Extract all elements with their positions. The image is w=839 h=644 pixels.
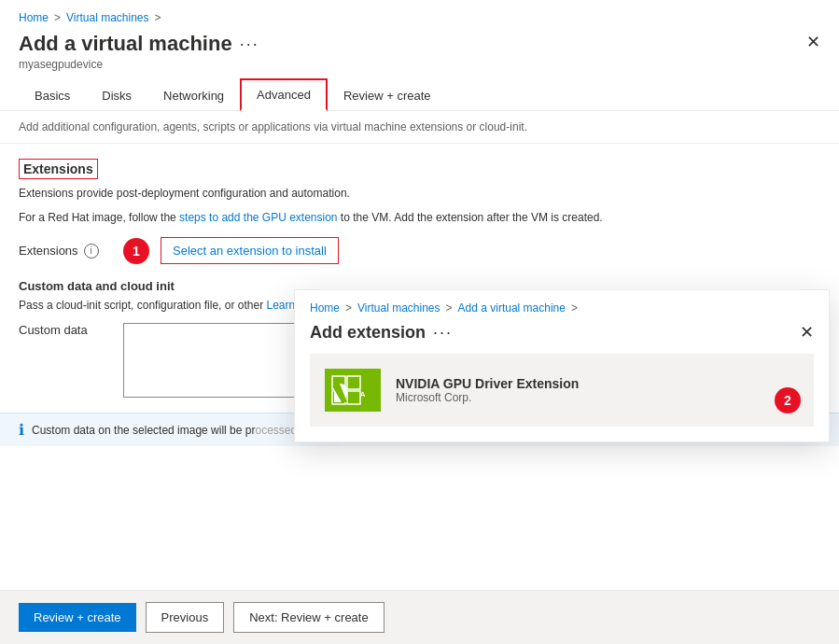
tab-advanced[interactable]: Advanced: [240, 78, 328, 111]
svg-marker-5: [347, 391, 360, 404]
breadcrumb-sep2: >: [155, 11, 161, 24]
tab-networking[interactable]: Networking: [147, 78, 240, 111]
next-button[interactable]: Next: Review + create: [233, 602, 385, 633]
review-create-button[interactable]: Review + create: [19, 603, 136, 632]
extension-name: NVIDIA GPU Driver Extension: [396, 376, 579, 391]
breadcrumb: Home > Virtual machines >: [0, 0, 839, 28]
extensions-row: Extensions i 1 Select an extension to in…: [19, 237, 820, 264]
overlay-title: Add extension: [310, 323, 426, 343]
overlay-header: Add extension ··· ✕: [295, 318, 829, 354]
header-ellipsis-btn[interactable]: ···: [240, 35, 259, 54]
extensions-field-label: Extensions i: [19, 244, 112, 259]
breadcrumb-sep1: >: [54, 11, 61, 24]
step1-badge: 1: [123, 238, 149, 264]
extensions-desc2: For a Red Hat image, follow the steps to…: [19, 209, 820, 226]
close-button[interactable]: ✕: [806, 32, 820, 52]
extension-item-nvidia[interactable]: NVIDIA NVIDIA GPU Driver Extension Micro…: [310, 354, 814, 427]
extension-info: NVIDIA GPU Driver Extension Microsoft Co…: [396, 376, 579, 404]
overlay-header-left: Add extension ···: [310, 323, 453, 343]
tabs-container: Basics Disks Networking Advanced Review …: [0, 78, 839, 111]
extensions-section: Extensions Extensions provide post-deplo…: [19, 159, 820, 264]
gpu-extension-link[interactable]: steps to add the GPU extension: [179, 211, 337, 224]
overlay-breadcrumb-sep1: >: [345, 301, 352, 315]
extensions-section-title: Extensions: [19, 159, 98, 179]
overlay-close-button[interactable]: ✕: [800, 322, 814, 343]
page-title: Add a virtual machine ···: [19, 32, 259, 56]
overlay-breadcrumb-vm[interactable]: Virtual machines: [357, 301, 440, 315]
select-extension-button[interactable]: Select an extension to install: [161, 237, 339, 264]
svg-marker-4: [347, 376, 360, 389]
breadcrumb-home[interactable]: Home: [19, 11, 49, 24]
page-header-left: Add a virtual machine ··· myasegpudevice: [19, 32, 259, 71]
previous-button[interactable]: Previous: [146, 602, 225, 633]
extensions-desc1: Extensions provide post-deployment confi…: [19, 185, 820, 202]
overlay-panel: Home > Virtual machines > Add a virtual …: [294, 289, 830, 442]
overlay-breadcrumb-sep2: >: [446, 301, 453, 315]
nvidia-logo: NVIDIA: [325, 367, 381, 413]
overlay-breadcrumb-sep3: >: [571, 301, 578, 315]
custom-data-label: Custom data: [19, 323, 112, 337]
footer: Review + create Previous Next: Review + …: [0, 590, 839, 644]
breadcrumb-vm[interactable]: Virtual machines: [66, 11, 149, 24]
overlay-breadcrumb: Home > Virtual machines > Add a virtual …: [295, 290, 829, 318]
overlay-breadcrumb-home[interactable]: Home: [310, 301, 340, 315]
tab-basics[interactable]: Basics: [19, 78, 86, 111]
page-subtitle: myasegpudevice: [19, 58, 259, 71]
overlay-ellipsis-btn[interactable]: ···: [433, 323, 453, 343]
info-bar-icon: ℹ: [19, 421, 24, 439]
page-wrapper: Home > Virtual machines > Add a virtual …: [0, 0, 839, 644]
tab-review-create[interactable]: Review + create: [328, 78, 447, 111]
tab-disks[interactable]: Disks: [86, 78, 147, 111]
tab-description: Add additional configuration, agents, sc…: [0, 111, 839, 144]
page-header: Add a virtual machine ··· myasegpudevice…: [0, 28, 839, 78]
extension-company: Microsoft Corp.: [396, 391, 579, 404]
overlay-breadcrumb-add-vm[interactable]: Add a virtual machine: [458, 301, 566, 315]
step2-badge: 2: [775, 387, 801, 413]
extensions-info-icon[interactable]: i: [84, 244, 99, 259]
